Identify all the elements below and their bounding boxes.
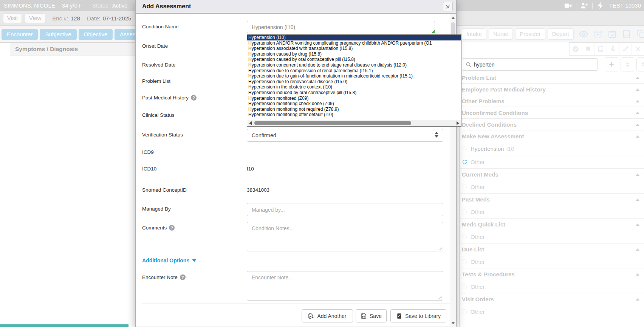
sidebar-section-current-meds[interactable]: Current Meds: [459, 169, 644, 180]
help-icon[interactable]: [191, 95, 197, 101]
sidebar-section-problem-list[interactable]: Problem List: [459, 72, 644, 84]
sidebar-section-other-problems[interactable]: Other Problems: [459, 95, 644, 107]
collapse-caret-icon[interactable]: [636, 298, 639, 301]
dropdown-option[interactable]: Hypertension due to renovascular disease…: [247, 79, 461, 85]
dropdown-option[interactable]: Hypertension induced by oral contracepti…: [247, 90, 461, 96]
modal-header[interactable]: Add Assessment: [136, 0, 456, 14]
collapse-caret-icon[interactable]: [636, 174, 639, 176]
dropdown-option[interactable]: Hypertension associated with transplanta…: [247, 46, 461, 51]
book-icon[interactable]: [594, 43, 607, 55]
panel-toggle[interactable]: [0, 43, 10, 56]
sidebar-item-other[interactable]: Other: [459, 205, 644, 219]
sidebar-section-meds-quick-list[interactable]: Meds Quick List: [459, 219, 644, 230]
scroll-left-icon[interactable]: [247, 120, 254, 126]
calendar-check-icon[interactable]: [608, 29, 617, 39]
comments-textarea[interactable]: [247, 222, 443, 251]
save-to-library-button[interactable]: Save to Library: [390, 309, 446, 322]
collapse-caret-icon[interactable]: [636, 88, 639, 91]
scroll-down-icon[interactable]: [450, 320, 456, 326]
help-icon[interactable]: [180, 274, 186, 280]
tab-encounter[interactable]: Encounter: [2, 29, 38, 40]
video-camera-icon[interactable]: [564, 2, 572, 10]
sidebar-section-past-meds[interactable]: Past Meds: [459, 194, 644, 205]
expand-all-button[interactable]: [621, 57, 634, 71]
sidebar-item-other[interactable]: Other: [459, 280, 644, 293]
sidebar-section-due-list[interactable]: Due List: [459, 243, 644, 255]
help-icon[interactable]: [169, 225, 175, 231]
collapse-caret-icon[interactable]: [636, 77, 639, 79]
sidebar-section-tests-procedures[interactable]: Tests & Procedures: [459, 268, 644, 280]
dropdown-option[interactable]: Hypertension monitoring check done (Z09): [247, 101, 461, 107]
dropdown-option[interactable]: Hypertension due to gain-of-function mut…: [247, 73, 461, 79]
depart-button[interactable]: Depart: [548, 28, 574, 40]
search-input[interactable]: [474, 62, 595, 68]
collapse-caret-icon[interactable]: [636, 100, 639, 102]
collapse-caret-icon[interactable]: [636, 112, 639, 114]
dropdown-option[interactable]: Hypertension concurrent and due to end s…: [247, 62, 461, 68]
hscroll-thumb[interactable]: [254, 121, 411, 125]
visit-button[interactable]: Visit: [3, 13, 22, 23]
dropdown-option[interactable]: Hypertension in the obstetric context (I…: [247, 84, 461, 90]
add-user-icon[interactable]: [580, 2, 588, 10]
collapse-caret-icon[interactable]: [636, 248, 639, 251]
sidebar-item-other[interactable]: Other: [459, 230, 644, 243]
collapse-caret-icon[interactable]: [636, 223, 639, 226]
pencil-icon[interactable]: [619, 43, 632, 55]
dropdown-hscrollbar[interactable]: [247, 120, 461, 126]
dropdown-option[interactable]: Hypertension monitoring not required (Z7…: [247, 107, 461, 112]
save-to-library-label: Save to Library: [405, 313, 441, 319]
save-button[interactable]: Save: [356, 309, 387, 322]
verification-status-select[interactable]: Confirmed: [247, 129, 443, 142]
hscroll-track[interactable]: [254, 120, 455, 126]
sidebar-section-declined-conditions[interactable]: Declined Conditions: [459, 119, 644, 130]
collapse-caret-icon[interactable]: [636, 198, 639, 201]
collapse-caret-icon[interactable]: [636, 124, 639, 126]
collapse-all-button[interactable]: [636, 57, 644, 71]
add-assessment-button[interactable]: +: [605, 57, 618, 71]
dropdown-option[interactable]: Hypertension due to compression of renal…: [247, 68, 461, 74]
dropdown-option[interactable]: Hypertension AND/OR vomiting complicatin…: [247, 40, 461, 46]
archive-icon[interactable]: [593, 29, 602, 39]
sidebar-item-other[interactable]: Other: [459, 155, 644, 169]
collapse-caret-icon[interactable]: [636, 273, 639, 276]
sidebar-section-unconfirmed-conditions[interactable]: Unconfirmed Conditions: [459, 107, 644, 119]
tab-subjective[interactable]: Subjective: [40, 29, 76, 40]
dropdown-option[interactable]: Hypertension caused by oral contraceptiv…: [247, 57, 461, 62]
nurse-button[interactable]: Nurse: [489, 28, 513, 40]
lightning-bolt-icon[interactable]: [596, 2, 605, 10]
tab-objective[interactable]: Objective: [79, 29, 113, 40]
view-button[interactable]: View: [25, 13, 45, 23]
add-another-button[interactable]: Add Another: [302, 309, 353, 322]
managed-by-input[interactable]: [247, 203, 443, 216]
microphone-icon[interactable]: [607, 43, 619, 55]
section-label: Declined Conditions: [462, 121, 517, 128]
encounter-note-textarea[interactable]: [247, 271, 443, 301]
sidebar-item-other[interactable]: Other: [459, 180, 644, 194]
copy-icon[interactable]: [636, 29, 644, 39]
dropdown-option[interactable]: Hypertension monitored (Z09): [247, 96, 461, 101]
scroll-right-icon[interactable]: [455, 120, 461, 126]
sidebar-item-hypertension[interactable]: HypertensionI10: [459, 142, 644, 155]
sidebar-section-make-new-assessment[interactable]: Make New Assessment: [459, 130, 644, 142]
intake-button[interactable]: Intake: [462, 28, 486, 40]
provider-button[interactable]: Provider: [515, 28, 545, 40]
sidebar-section-employee-past-medical-history[interactable]: Employee Past Medical History: [459, 84, 644, 95]
sidebar-item-other[interactable]: Other: [459, 305, 644, 318]
close-button[interactable]: [443, 2, 453, 11]
section-label: Other Problems: [462, 98, 505, 104]
scroll-up-icon[interactable]: [450, 15, 456, 21]
collapse-caret-icon[interactable]: [636, 135, 639, 138]
resolved-date-label: Resolved Date: [142, 62, 176, 68]
additional-options-link[interactable]: Additional Options: [142, 257, 197, 263]
bookmark-icon[interactable]: [582, 43, 594, 55]
dropdown-option[interactable]: Hypertension caused by drug (I15.8): [247, 51, 461, 57]
dropdown-option[interactable]: Hypertension (I10): [247, 35, 461, 40]
close-icon[interactable]: [632, 43, 644, 55]
sidebar-item-other[interactable]: Other: [459, 255, 644, 268]
condition-name-input[interactable]: [247, 21, 435, 33]
help-icon[interactable]: ?: [569, 43, 582, 55]
eye-icon[interactable]: [579, 29, 588, 39]
book-icon[interactable]: [622, 29, 631, 39]
sidebar-section-visit-orders[interactable]: Visit Orders: [459, 293, 644, 305]
dropdown-option[interactable]: Hypertension monitoring offer default (I…: [247, 112, 461, 118]
